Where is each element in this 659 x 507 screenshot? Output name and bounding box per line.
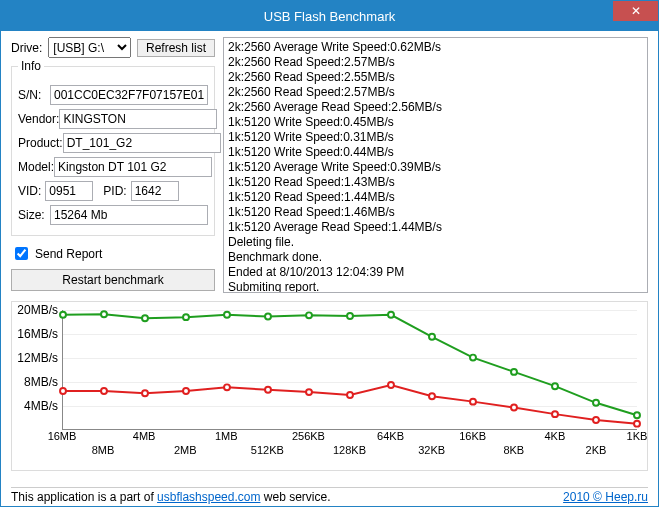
- close-icon: ✕: [631, 4, 641, 18]
- data-point: [388, 312, 394, 318]
- pid-field[interactable]: [131, 181, 179, 201]
- series-line: [63, 314, 637, 415]
- data-point: [142, 315, 148, 321]
- data-point: [101, 388, 107, 394]
- restart-button[interactable]: Restart benchmark: [11, 269, 215, 291]
- drive-label: Drive:: [11, 41, 42, 55]
- x-tick-label: 64KB: [377, 430, 404, 442]
- window-title: USB Flash Benchmark: [264, 9, 396, 24]
- x-tick-label: 128KB: [333, 444, 366, 456]
- x-tick-label: 8MB: [92, 444, 115, 456]
- model-label: Model:: [18, 160, 54, 174]
- info-group: Info S/N: Vendor: Product: Model:: [11, 66, 215, 236]
- y-tick-label: 20MB/s: [17, 303, 58, 317]
- data-point: [634, 412, 640, 418]
- send-report-label: Send Report: [35, 247, 102, 261]
- x-tick-label: 8KB: [503, 444, 524, 456]
- model-field[interactable]: [54, 157, 212, 177]
- sn-field[interactable]: [50, 85, 208, 105]
- close-button[interactable]: ✕: [613, 1, 658, 21]
- refresh-button[interactable]: Refresh list: [137, 39, 215, 57]
- data-point: [347, 313, 353, 319]
- data-point: [224, 312, 230, 318]
- y-tick-label: 12MB/s: [17, 351, 58, 365]
- x-tick-label: 4MB: [133, 430, 156, 442]
- footer-right-link[interactable]: 2010 © Heep.ru: [563, 490, 648, 504]
- data-point: [347, 392, 353, 398]
- x-tick-label: 4KB: [544, 430, 565, 442]
- titlebar: USB Flash Benchmark ✕: [1, 1, 658, 31]
- x-tick-label: 1KB: [627, 430, 648, 442]
- footer-link[interactable]: usbflashspeed.com: [157, 490, 260, 504]
- data-point: [470, 399, 476, 405]
- product-label: Product:: [18, 136, 63, 150]
- data-point: [634, 421, 640, 427]
- y-tick-label: 16MB/s: [17, 327, 58, 341]
- data-point: [60, 388, 66, 394]
- x-tick-label: 16KB: [459, 430, 486, 442]
- x-tick-label: 2KB: [586, 444, 607, 456]
- log-output[interactable]: 2k:2560 Average Write Speed:0.62MB/s 2k:…: [223, 37, 648, 293]
- data-point: [101, 311, 107, 317]
- size-label: Size:: [18, 208, 50, 222]
- x-tick-label: 32KB: [418, 444, 445, 456]
- data-point: [593, 417, 599, 423]
- x-tick-label: 2MB: [174, 444, 197, 456]
- data-point: [183, 388, 189, 394]
- data-point: [265, 387, 271, 393]
- x-tick-label: 16MB: [48, 430, 77, 442]
- footer-suffix: web service.: [260, 490, 330, 504]
- data-point: [224, 384, 230, 390]
- data-point: [552, 383, 558, 389]
- x-tick-label: 512KB: [251, 444, 284, 456]
- data-point: [265, 314, 271, 320]
- product-field[interactable]: [63, 133, 221, 153]
- footer: This application is a part of usbflashsp…: [11, 487, 648, 504]
- y-tick-label: 4MB/s: [24, 399, 58, 413]
- footer-prefix: This application is a part of: [11, 490, 157, 504]
- data-point: [388, 382, 394, 388]
- data-point: [511, 369, 517, 375]
- data-point: [429, 393, 435, 399]
- vid-field[interactable]: [45, 181, 93, 201]
- y-tick-label: 8MB/s: [24, 375, 58, 389]
- data-point: [593, 400, 599, 406]
- x-tick-label: 1MB: [215, 430, 238, 442]
- vendor-field[interactable]: [59, 109, 217, 129]
- size-field[interactable]: [50, 205, 208, 225]
- pid-label: PID:: [103, 184, 126, 198]
- series-line: [63, 385, 637, 424]
- data-point: [60, 312, 66, 318]
- data-point: [183, 314, 189, 320]
- data-point: [142, 390, 148, 396]
- chart-panel: 4MB/s8MB/s12MB/s16MB/s20MB/s16MB8MB4MB2M…: [11, 301, 648, 471]
- x-tick-label: 256KB: [292, 430, 325, 442]
- data-point: [511, 405, 517, 411]
- data-point: [306, 312, 312, 318]
- sn-label: S/N:: [18, 88, 50, 102]
- data-point: [306, 389, 312, 395]
- vendor-label: Vendor:: [18, 112, 59, 126]
- info-legend: Info: [18, 59, 44, 73]
- vid-label: VID:: [18, 184, 41, 198]
- send-report-checkbox[interactable]: [15, 247, 28, 260]
- data-point: [470, 355, 476, 361]
- data-point: [552, 411, 558, 417]
- drive-select[interactable]: [USB] G:\: [48, 37, 131, 58]
- data-point: [429, 334, 435, 340]
